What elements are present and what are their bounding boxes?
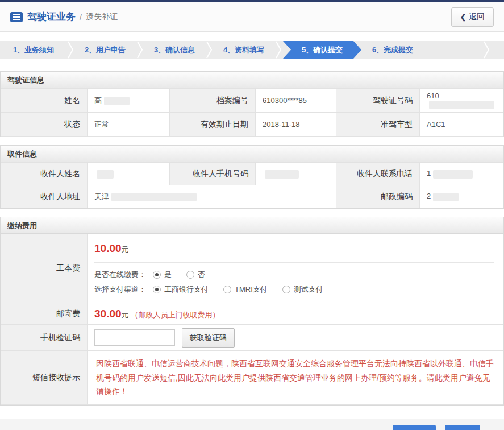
recipient-mobile-label: 收件人手机号码 xyxy=(170,163,256,185)
pickup-info-section: 取件信息 收件人姓名 收件人手机号码 收件人联系电话 1 收件人地址 天津 邮政… xyxy=(0,145,504,209)
list-icon xyxy=(10,12,23,22)
radio-channel-icbc[interactable] xyxy=(153,286,161,293)
work-fee-label: 工本费 xyxy=(1,234,88,303)
recipient-address-value: 天津 xyxy=(88,185,336,208)
recipient-name-value xyxy=(88,163,170,185)
step-wizard: 1、业务须知 2、用户申告 3、确认信息 4、资料填写 5、确认提交 6、完成提… xyxy=(0,41,504,59)
chevron-left-icon: ❮ xyxy=(460,13,466,21)
breadcrumb-divider: / xyxy=(80,12,82,22)
redacted-blob xyxy=(433,193,459,201)
name-value: 高 xyxy=(88,89,170,113)
file-number-label: 档案编号 xyxy=(170,89,256,113)
captcha-label: 手机验证码 xyxy=(1,325,88,351)
status-value: 正常 xyxy=(88,113,170,137)
radio-online-yes-label[interactable]: 是 xyxy=(164,270,172,280)
mail-fee-note: （邮政人员上门收取费用） xyxy=(131,311,220,319)
vehicle-type-value: A1C1 xyxy=(420,113,503,137)
redacted-blob xyxy=(433,170,473,179)
page-header: 驾驶证业务 / 遗失补证 ❮ 返回 xyxy=(0,2,504,32)
recipient-name-label: 收件人姓名 xyxy=(1,163,88,185)
recipient-phone-label: 收件人联系电话 xyxy=(336,163,420,185)
redacted-blob xyxy=(429,101,494,109)
step-chevron-icon xyxy=(136,41,143,59)
radio-channel-tmri[interactable] xyxy=(223,286,231,293)
pay-channel-question: 选择支付渠道： xyxy=(94,284,146,295)
step-chevron-icon xyxy=(483,41,490,59)
pickup-info-table: 收件人姓名 收件人手机号码 收件人联系电话 1 收件人地址 天津 邮政编码 2 xyxy=(1,162,503,208)
step-3-confirm-info[interactable]: 3、确认信息 xyxy=(143,41,206,59)
radio-online-no[interactable] xyxy=(186,271,194,279)
work-fee-amount: 10.00元 xyxy=(94,242,494,255)
recipient-phone-value: 1 xyxy=(420,163,503,185)
radio-channel-test[interactable] xyxy=(282,286,290,293)
breadcrumb-current: 遗失补证 xyxy=(86,12,118,22)
redacted-blob xyxy=(111,193,197,201)
redacted-blob xyxy=(97,170,114,179)
step-2-declaration[interactable]: 2、用户申告 xyxy=(74,41,136,59)
table-row: 邮寄费 30.00元（邮政人员上门收取费用） xyxy=(1,303,503,325)
get-captcha-button[interactable]: 获取验证码 xyxy=(182,328,235,348)
divider xyxy=(94,262,494,263)
name-label: 姓名 xyxy=(1,89,88,113)
expiry-label: 有效期止日期 xyxy=(170,113,256,137)
back-button[interactable]: ❮ 返回 xyxy=(451,7,494,27)
payment-table: 工本费 10.00元 是否在线缴费： 是 否 选择支付渠道： 工商银行支付 TM… xyxy=(1,234,503,405)
captcha-input[interactable] xyxy=(94,329,175,346)
finish-button[interactable]: 完成 xyxy=(445,425,480,430)
sms-tip-label: 短信接收提示 xyxy=(1,351,88,405)
expiry-value: 2018-11-18 xyxy=(256,113,336,137)
license-number-value: 610 xyxy=(420,89,503,113)
vehicle-type-label: 准驾车型 xyxy=(336,113,420,137)
pickup-section-title: 取件信息 xyxy=(1,146,503,162)
status-label: 状态 xyxy=(1,113,88,137)
radio-channel-test-label[interactable]: 测试支付 xyxy=(294,284,323,295)
payment-section: 缴纳费用 工本费 10.00元 是否在线缴费： 是 否 选择支付渠道： 工商银行… xyxy=(0,217,504,406)
step-chevron-icon xyxy=(275,41,282,59)
table-row: 状态 正常 有效期止日期 2018-11-18 准驾车型 A1C1 xyxy=(1,113,503,137)
redacted-blob xyxy=(265,170,299,179)
step-6-complete[interactable]: 6、完成提交 xyxy=(361,41,424,59)
table-row: 收件人地址 天津 邮政编码 2 xyxy=(1,185,503,208)
radio-online-yes[interactable] xyxy=(153,271,161,279)
sms-tip-text: 因陕西省联通、电信运营商技术问题，陕西省互联网交通安全综合服务管理平台无法向持陕… xyxy=(88,351,503,405)
pay-channel-row: 选择支付渠道： 工商银行支付 TMRI支付 测试支付 xyxy=(94,284,494,295)
table-row: 工本费 10.00元 是否在线缴费： 是 否 选择支付渠道： 工商银行支付 TM… xyxy=(1,234,503,303)
captcha-cell: 获取验证码 xyxy=(88,325,503,351)
postal-code-label: 邮政编码 xyxy=(336,185,420,208)
radio-online-no-label[interactable]: 否 xyxy=(198,270,205,280)
step-5-confirm-submit-active[interactable]: 5、确认提交 xyxy=(283,41,361,59)
step-chevron-icon xyxy=(67,41,74,59)
mail-fee-label: 邮寄费 xyxy=(1,303,88,325)
postal-code-value: 2 xyxy=(420,185,503,208)
step-4-fill-data[interactable]: 4、资料填写 xyxy=(213,41,275,59)
mail-fee-cell: 30.00元（邮政人员上门收取费用） xyxy=(88,303,503,325)
work-fee-cell: 10.00元 是否在线缴费： 是 否 选择支付渠道： 工商银行支付 TMRI支付… xyxy=(88,234,503,303)
payment-section-title: 缴纳费用 xyxy=(1,217,503,234)
recipient-mobile-value xyxy=(256,163,336,185)
table-row: 收件人姓名 收件人手机号码 收件人联系电话 1 xyxy=(1,163,503,185)
license-info-table: 姓名 高 档案编号 610300****85 驾驶证号码 610 状态 正常 有… xyxy=(1,88,503,137)
table-row: 手机验证码 获取验证码 xyxy=(1,325,503,351)
online-pay-question: 是否在线缴费： xyxy=(94,270,146,280)
table-row: 短信接收提示 因陕西省联通、电信运营商技术问题，陕西省互联网交通安全综合服务管理… xyxy=(1,351,503,405)
table-row: 姓名 高 档案编号 610300****85 驾驶证号码 610 xyxy=(1,89,503,113)
step-chevron-icon xyxy=(206,41,213,59)
step-1-notice[interactable]: 1、业务须知 xyxy=(0,41,67,59)
license-section-title: 驾驶证信息 xyxy=(1,72,503,88)
back-button-label: 返回 xyxy=(469,12,485,22)
previous-step-button[interactable]: 上一步 xyxy=(393,425,436,430)
file-number-value: 610300****85 xyxy=(256,89,336,113)
license-number-label: 驾驶证号码 xyxy=(336,89,420,113)
redacted-blob xyxy=(104,97,130,105)
recipient-address-label: 收件人地址 xyxy=(1,185,88,208)
page-title: 驾驶证业务 xyxy=(27,10,76,23)
online-pay-question-row: 是否在线缴费： 是 否 xyxy=(94,270,494,280)
radio-channel-tmri-label[interactable]: TMRI支付 xyxy=(235,284,268,295)
footer-bar: 上一步 完成 xyxy=(0,419,504,430)
license-info-section: 驾驶证信息 姓名 高 档案编号 610300****85 驾驶证号码 610 状… xyxy=(0,71,504,137)
radio-channel-icbc-label[interactable]: 工商银行支付 xyxy=(164,284,209,295)
